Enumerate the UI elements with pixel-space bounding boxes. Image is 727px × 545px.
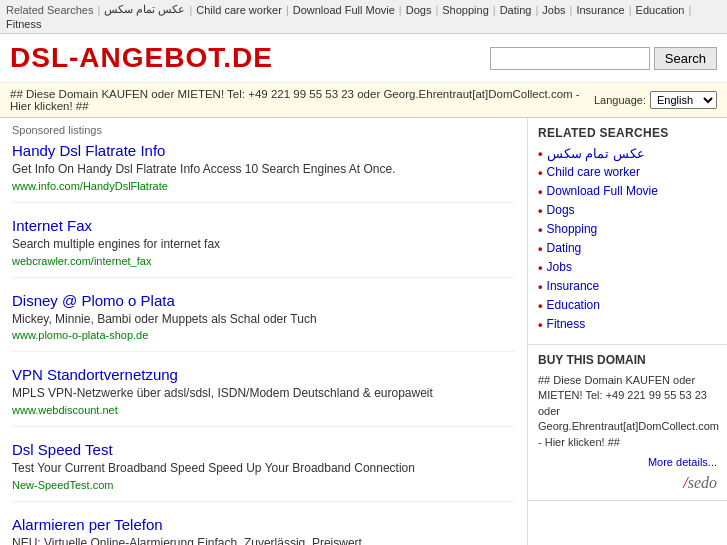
nav-item-movie[interactable]: Download Full Movie	[293, 4, 395, 16]
related-item-jobs: • Jobs	[538, 260, 717, 275]
bullet-icon: •	[538, 298, 543, 313]
nav-sep-2: |	[286, 4, 289, 16]
domain-notice: ## Diese Domain KAUFEN oder MIETEN! Tel:…	[0, 83, 727, 118]
related-link-jobs[interactable]: Jobs	[547, 260, 572, 274]
related-item-insurance: • Insurance	[538, 279, 717, 294]
listing-desc-5: Test Your Current Broadband Speed Speed …	[12, 460, 515, 477]
related-link-insurance[interactable]: Insurance	[547, 279, 600, 293]
sponsored-label: Sponsored listings	[12, 124, 515, 136]
related-link-dating[interactable]: Dating	[547, 241, 582, 255]
bullet-icon: •	[538, 165, 543, 180]
list-item: Alarmieren per Telefon NEU: Virtuelle On…	[12, 516, 515, 545]
listing-link-1[interactable]: Handy Dsl Flatrate Info	[12, 142, 165, 159]
language-label: Language:	[594, 94, 646, 106]
nav-item-dating[interactable]: Dating	[500, 4, 532, 16]
listing-title-6: Alarmieren per Telefon	[12, 516, 515, 533]
search-area: Search	[490, 47, 717, 70]
bullet-icon: •	[538, 184, 543, 199]
nav-sep-6: |	[535, 4, 538, 16]
listing-desc-1: Get Info On Handy Dsl Flatrate Info Acce…	[12, 161, 515, 178]
nav-sep-8: |	[629, 4, 632, 16]
related-item-arabic: • عکس تمام سکس	[538, 146, 717, 161]
right-sidebar: RELATED SEARCHES • عکس تمام سکس • Child …	[527, 118, 727, 545]
related-searches-section: RELATED SEARCHES • عکس تمام سکس • Child …	[528, 118, 727, 345]
listing-title-2: Internet Fax	[12, 217, 515, 234]
related-item-movie: • Download Full Movie	[538, 184, 717, 199]
listing-title-1: Handy Dsl Flatrate Info	[12, 142, 515, 159]
nav-sep-9: |	[689, 4, 692, 16]
sedo-text: sedo	[688, 474, 717, 491]
related-item-shopping: • Shopping	[538, 222, 717, 237]
related-searches-title: RELATED SEARCHES	[538, 126, 717, 140]
nav-item-education[interactable]: Education	[636, 4, 685, 16]
listing-link-3[interactable]: Disney @ Plomo o Plata	[12, 292, 175, 309]
bullet-icon: •	[538, 146, 543, 161]
nav-sep-1: |	[189, 4, 192, 16]
sedo-logo: /sedo	[538, 474, 717, 492]
nav-sep-3: |	[399, 4, 402, 16]
listing-title-5: Dsl Speed Test	[12, 441, 515, 458]
nav-item-dogs[interactable]: Dogs	[406, 4, 432, 16]
nav-item-childcare[interactable]: Child care worker	[196, 4, 282, 16]
related-item-dating: • Dating	[538, 241, 717, 256]
listing-desc-3: Mickey, Minnie, Bambi oder Muppets als S…	[12, 311, 515, 328]
bullet-icon: •	[538, 317, 543, 332]
listing-link-5[interactable]: Dsl Speed Test	[12, 441, 113, 458]
nav-sep-4: |	[435, 4, 438, 16]
bullet-icon: •	[538, 222, 543, 237]
list-item: Handy Dsl Flatrate Info Get Info On Hand…	[12, 142, 515, 203]
related-link-arabic[interactable]: عکس تمام سکس	[547, 146, 645, 161]
related-link-fitness[interactable]: Fitness	[547, 317, 586, 331]
bullet-icon: •	[538, 279, 543, 294]
nav-item-insurance[interactable]: Insurance	[576, 4, 624, 16]
related-searches-label: Related Searches	[6, 4, 93, 16]
search-button[interactable]: Search	[654, 47, 717, 70]
related-link-childcare[interactable]: Child care worker	[547, 165, 640, 179]
listing-link-2[interactable]: Internet Fax	[12, 217, 92, 234]
nav-item-jobs[interactable]: Jobs	[542, 4, 565, 16]
left-content: Sponsored listings Handy Dsl Flatrate In…	[0, 118, 527, 545]
listing-desc-6: NEU: Virtuelle Online-Alarmierung Einfac…	[12, 535, 515, 545]
nav-sep-7: |	[570, 4, 573, 16]
list-item: VPN Standortvernetzung MPLS VPN-Netzwerk…	[12, 366, 515, 427]
header: DSL-ANGEBOT.DE Search	[0, 34, 727, 83]
listing-url-2: webcrawler.com/internet_fax	[12, 255, 515, 267]
top-nav: Related Searches | عکس تمام سکس | Child …	[0, 0, 727, 34]
nav-item-fitness[interactable]: Fitness	[6, 18, 41, 30]
related-item-childcare: • Child care worker	[538, 165, 717, 180]
related-link-dogs[interactable]: Dogs	[547, 203, 575, 217]
listing-url-4: www.webdiscount.net	[12, 404, 515, 416]
listing-url-3: www.plomo-o-plata-shop.de	[12, 329, 515, 341]
listing-link-6[interactable]: Alarmieren per Telefon	[12, 516, 163, 533]
search-input[interactable]	[490, 47, 650, 70]
more-details-link[interactable]: More details...	[538, 456, 717, 468]
site-title: DSL-ANGEBOT.DE	[10, 42, 273, 74]
related-item-dogs: • Dogs	[538, 203, 717, 218]
listing-desc-4: MPLS VPN-Netzwerke über adsl/sdsl, ISDN/…	[12, 385, 515, 402]
list-item: Internet Fax Search multiple engines for…	[12, 217, 515, 278]
language-dropdown[interactable]: English Deutsch	[650, 91, 717, 109]
listing-url-5: New-SpeedTest.com	[12, 479, 515, 491]
domain-notice-text: ## Diese Domain KAUFEN oder MIETEN! Tel:…	[10, 88, 594, 112]
bullet-icon: •	[538, 203, 543, 218]
related-link-movie[interactable]: Download Full Movie	[547, 184, 658, 198]
listing-link-4[interactable]: VPN Standortvernetzung	[12, 366, 178, 383]
buy-domain-section: BUY THIS DOMAIN ## Diese Domain KAUFEN o…	[528, 345, 727, 501]
bullet-icon: •	[538, 260, 543, 275]
listing-url-1: www.info.com/HandyDslFlatrate	[12, 180, 515, 192]
language-selector[interactable]: Language: English Deutsch	[594, 91, 717, 109]
nav-item-arabic[interactable]: عکس تمام سکس	[104, 3, 185, 16]
related-item-education: • Education	[538, 298, 717, 313]
main-layout: Sponsored listings Handy Dsl Flatrate In…	[0, 118, 727, 545]
listing-title-4: VPN Standortvernetzung	[12, 366, 515, 383]
nav-sep-0: |	[97, 4, 100, 16]
related-link-education[interactable]: Education	[547, 298, 600, 312]
related-item-fitness: • Fitness	[538, 317, 717, 332]
buy-domain-text: ## Diese Domain KAUFEN oder MIETEN! Tel:…	[538, 373, 717, 450]
list-item: Disney @ Plomo o Plata Mickey, Minnie, B…	[12, 292, 515, 353]
nav-sep-5: |	[493, 4, 496, 16]
nav-item-shopping[interactable]: Shopping	[442, 4, 489, 16]
listing-desc-2: Search multiple engines for internet fax	[12, 236, 515, 253]
related-link-shopping[interactable]: Shopping	[547, 222, 598, 236]
listing-title-3: Disney @ Plomo o Plata	[12, 292, 515, 309]
